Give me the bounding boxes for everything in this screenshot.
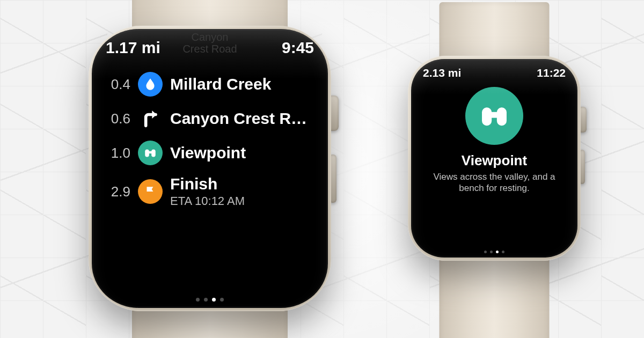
status-bar: 2.13 mi 11:22 (423, 67, 566, 79)
page-dot[interactable] (220, 298, 224, 302)
waypoint-description: Views across the valley, and a bench for… (426, 171, 562, 194)
step-label: Millard Creek (170, 75, 314, 93)
page-dot[interactable] (196, 298, 200, 302)
watch-band-bottom (440, 249, 550, 338)
step-label: Canyon Crest R… (170, 109, 314, 128)
list-item[interactable]: 0.6 Canyon Crest R… (106, 106, 314, 131)
screen-right[interactable]: 2.13 mi 11:22 Viewpoint Views across the… (411, 59, 577, 258)
list-item[interactable]: 1.0 Viewpoint (106, 141, 314, 165)
step-distance: 0.4 (106, 76, 130, 93)
screen-left[interactable]: Canyon Crest Road 1.17 mi 9:45 0.4 Milla… (92, 29, 328, 308)
step-sublabel: ETA 10:12 AM (170, 194, 314, 208)
list-item[interactable]: 2.9 Finish ETA 10:12 AM (106, 175, 314, 208)
page-dot[interactable] (484, 251, 487, 253)
status-time: 11:22 (537, 67, 566, 79)
step-label: Finish (170, 175, 314, 193)
svg-rect-3 (482, 107, 492, 126)
direction-list[interactable]: 0.4 Millard Creek 0.6 Canyon Crest R… (106, 72, 314, 295)
page-dot[interactable] (204, 298, 208, 302)
svg-rect-4 (497, 107, 507, 126)
page-dot[interactable] (502, 251, 504, 253)
flag-icon (138, 179, 163, 204)
water-icon (138, 72, 163, 97)
svg-rect-5 (491, 112, 499, 118)
watch-case: 2.13 mi 11:22 Viewpoint Views across the… (408, 56, 581, 261)
page-dot-active[interactable] (212, 298, 216, 302)
page-dots[interactable] (423, 248, 566, 254)
status-bar: 1.17 mi 9:45 (106, 39, 314, 57)
turn-right-icon (138, 106, 163, 131)
svg-rect-0 (145, 150, 149, 157)
step-label: Viewpoint (170, 144, 314, 162)
watch-left: Canyon Crest Road 1.17 mi 9:45 0.4 Milla… (89, 26, 331, 311)
status-time: 9:45 (282, 39, 314, 57)
step-distance: 1.0 (106, 145, 130, 161)
step-distance: 2.9 (106, 183, 130, 200)
status-distance: 1.17 mi (106, 39, 160, 57)
page-dot[interactable] (490, 251, 493, 253)
status-distance: 2.13 mi (423, 67, 461, 79)
list-item[interactable]: 0.4 Millard Creek (106, 72, 314, 97)
watch-case: Canyon Crest Road 1.17 mi 9:45 0.4 Milla… (89, 26, 331, 311)
page-dot-active[interactable] (496, 251, 499, 253)
svg-rect-1 (151, 150, 156, 157)
page-dots[interactable] (106, 295, 314, 303)
binoculars-icon (465, 87, 523, 145)
binoculars-icon (138, 141, 163, 165)
watch-right: 2.13 mi 11:22 Viewpoint Views across the… (408, 56, 581, 261)
svg-rect-2 (149, 151, 152, 153)
step-distance: 0.6 (106, 111, 130, 127)
waypoint-title: Viewpoint (423, 152, 566, 169)
